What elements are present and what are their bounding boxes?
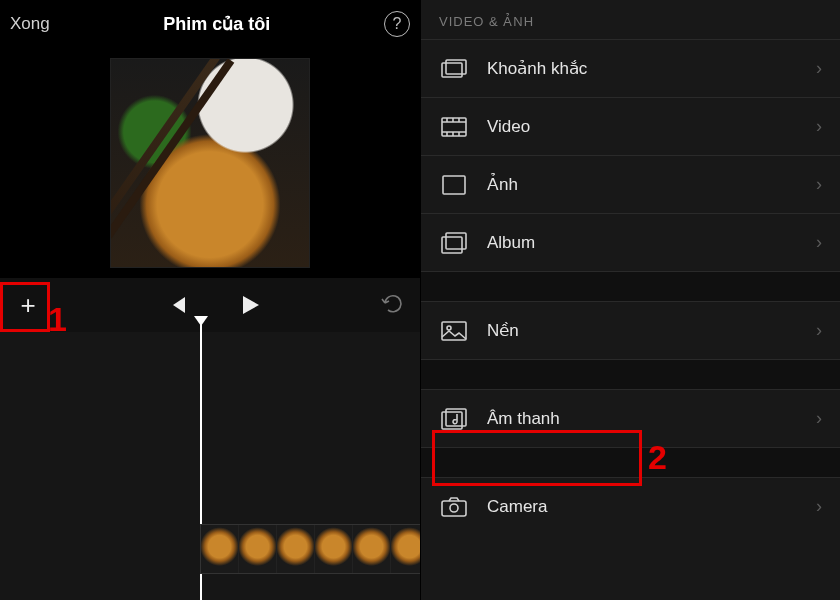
annotation-number-1: 1: [48, 300, 67, 339]
chevron-right-icon: ›: [816, 408, 822, 429]
album-icon: [439, 231, 469, 255]
svg-rect-1: [446, 60, 466, 74]
annotation-number-2: 2: [648, 438, 667, 477]
menu-separator: [421, 359, 840, 389]
section-header: VIDEO & ẢNH: [421, 0, 840, 39]
audio-icon: [439, 407, 469, 431]
background-icon: [439, 319, 469, 343]
svg-rect-4: [442, 237, 462, 253]
svg-rect-6: [442, 322, 466, 340]
project-title: Phim của tôi: [163, 13, 270, 35]
svg-rect-3: [443, 176, 465, 194]
svg-rect-0: [442, 63, 462, 77]
camera-icon: [439, 495, 469, 519]
chevron-right-icon: ›: [816, 232, 822, 253]
chevron-right-icon: ›: [816, 58, 822, 79]
menu-item-label: Khoảnh khắc: [487, 58, 587, 79]
video-preview[interactable]: [0, 48, 420, 278]
moments-icon: [439, 57, 469, 81]
preview-thumbnail: [110, 58, 310, 268]
media-menu-panel: VIDEO & ẢNH Khoảnh khắc › Video › Ảnh › …: [420, 0, 840, 600]
timeline[interactable]: [0, 332, 420, 600]
svg-point-11: [450, 504, 458, 512]
help-button[interactable]: ?: [384, 11, 410, 37]
editor-header: Xong Phim của tôi ?: [0, 0, 420, 48]
annotation-box-2: [432, 430, 642, 486]
undo-icon[interactable]: [380, 292, 406, 318]
menu-item-label: Nền: [487, 320, 519, 341]
menu-item-moments[interactable]: Khoảnh khắc ›: [421, 39, 840, 97]
chevron-right-icon: ›: [816, 174, 822, 195]
chevron-right-icon: ›: [816, 320, 822, 341]
menu-item-label: Camera: [487, 497, 547, 517]
done-button[interactable]: Xong: [10, 14, 50, 34]
editor-panel: Xong Phim của tôi ? + 1: [0, 0, 420, 600]
menu-item-label: Album: [487, 233, 535, 253]
menu-item-video[interactable]: Video ›: [421, 97, 840, 155]
video-icon: [439, 115, 469, 139]
chevron-right-icon: ›: [816, 116, 822, 137]
svg-point-7: [447, 326, 451, 330]
menu-item-album[interactable]: Album ›: [421, 213, 840, 271]
menu-separator: [421, 271, 840, 301]
photo-icon: [439, 173, 469, 197]
menu-item-background[interactable]: Nền ›: [421, 301, 840, 359]
skip-start-icon[interactable]: [167, 295, 189, 315]
menu-item-label: Ảnh: [487, 174, 518, 195]
video-clip[interactable]: [200, 524, 430, 574]
chevron-right-icon: ›: [816, 496, 822, 517]
svg-rect-2: [442, 118, 466, 136]
svg-rect-5: [446, 233, 466, 249]
annotation-box-1: [0, 282, 50, 332]
play-icon[interactable]: [239, 294, 261, 316]
menu-item-label: Video: [487, 117, 530, 137]
menu-item-label: Âm thanh: [487, 409, 560, 429]
menu-item-photo[interactable]: Ảnh ›: [421, 155, 840, 213]
